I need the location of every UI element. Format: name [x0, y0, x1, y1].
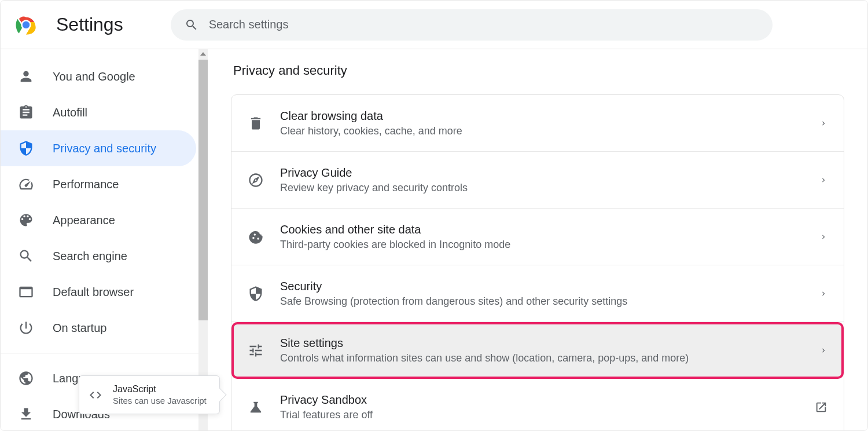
row-text: Site settings Controls what information …	[280, 337, 803, 364]
settings-header: Settings	[1, 1, 867, 49]
sidebar-item-label: On startup	[53, 322, 106, 335]
tooltip-subtitle: Sites can use Javascript	[113, 396, 207, 406]
person-icon	[18, 68, 34, 85]
scrollbar-track[interactable]	[198, 49, 208, 430]
row-title: Privacy Sandbox	[280, 393, 799, 407]
row-title: Cookies and other site data	[280, 223, 803, 236]
row-subtitle: Third-party cookies are blocked in Incog…	[280, 239, 803, 251]
row-text: Privacy Guide Review key privacy and sec…	[280, 166, 803, 194]
row-subtitle: Trial features are off	[280, 409, 799, 421]
row-cookies[interactable]: Cookies and other site data Third-party …	[231, 209, 844, 265]
sidebar-item-privacy-and-security[interactable]: Privacy and security	[1, 130, 196, 166]
chevron-right-icon	[819, 290, 827, 298]
row-privacy-guide[interactable]: Privacy Guide Review key privacy and sec…	[231, 152, 844, 209]
app-title: Settings	[56, 14, 123, 35]
row-site-settings[interactable]: Site settings Controls what information …	[231, 322, 844, 379]
sidebar-item-you-and-google[interactable]: You and Google	[1, 59, 196, 94]
row-title: Security	[280, 280, 803, 293]
javascript-tooltip: JavaScript Sites can use Javascript	[79, 375, 220, 414]
sidebar-item-label: Appearance	[53, 214, 115, 227]
content-area: You and Google Autofill Privacy and secu…	[1, 49, 867, 430]
chrome-logo-icon	[14, 13, 38, 36]
svg-point-1	[23, 21, 30, 28]
search-icon	[185, 18, 198, 32]
row-subtitle: Safe Browsing (protection from dangerous…	[280, 295, 803, 308]
scrollbar-thumb[interactable]	[198, 60, 208, 320]
sidebar-item-label: You and Google	[53, 70, 135, 83]
sidebar-item-performance[interactable]: Performance	[1, 166, 196, 202]
speedometer-icon	[18, 176, 34, 192]
row-subtitle: Clear history, cookies, cache, and more	[280, 125, 803, 137]
sidebar-item-default-browser[interactable]: Default browser	[1, 274, 196, 310]
chevron-right-icon	[819, 119, 827, 127]
cookie-icon	[248, 229, 264, 245]
settings-card: Clear browsing data Clear history, cooki…	[231, 94, 844, 430]
row-text: Cookies and other site data Third-party …	[280, 223, 803, 251]
row-text: Security Safe Browsing (protection from …	[280, 280, 803, 308]
assignment-icon	[18, 104, 34, 120]
row-clear-browsing-data[interactable]: Clear browsing data Clear history, cooki…	[231, 95, 844, 152]
row-title: Site settings	[280, 337, 803, 350]
row-text: Privacy Sandbox Trial features are off	[280, 393, 799, 421]
sidebar-item-autofill[interactable]: Autofill	[1, 94, 196, 130]
power-icon	[18, 320, 34, 336]
sidebar-item-label: Privacy and security	[53, 142, 156, 155]
search-input[interactable]	[209, 18, 759, 31]
tune-icon	[248, 342, 264, 359]
search-container[interactable]	[171, 9, 773, 41]
trash-icon	[248, 115, 264, 132]
row-privacy-sandbox[interactable]: Privacy Sandbox Trial features are off	[231, 379, 844, 430]
row-title: Privacy Guide	[280, 166, 803, 180]
row-subtitle: Review key privacy and security controls	[280, 182, 803, 194]
sidebar-item-label: Search engine	[53, 250, 127, 263]
sidebar-item-appearance[interactable]: Appearance	[1, 202, 196, 238]
chevron-right-icon	[819, 346, 827, 355]
sidebar-item-label: Default browser	[53, 286, 134, 299]
sidebar-item-on-startup[interactable]: On startup	[1, 310, 196, 346]
tooltip-text: JavaScript Sites can use Javascript	[113, 384, 207, 406]
sidebar-item-search-engine[interactable]: Search engine	[1, 238, 196, 274]
main-panel: Privacy and security Clear browsing data…	[208, 49, 867, 430]
security-icon	[248, 286, 264, 302]
globe-icon	[18, 370, 34, 386]
launch-icon	[815, 401, 827, 414]
scrollbar-up-icon[interactable]	[198, 49, 208, 59]
chevron-right-icon	[819, 176, 827, 184]
search-icon	[18, 248, 34, 264]
row-title: Clear browsing data	[280, 109, 803, 123]
row-security[interactable]: Security Safe Browsing (protection from …	[231, 265, 844, 322]
shield-icon	[18, 140, 34, 156]
sidebar-item-label: Performance	[53, 178, 119, 191]
code-icon	[89, 388, 102, 402]
browser-icon	[18, 284, 34, 300]
sidebar-divider	[1, 353, 208, 353]
compass-icon	[248, 172, 264, 188]
download-icon	[18, 406, 34, 422]
row-text: Clear browsing data Clear history, cooki…	[280, 109, 803, 137]
flask-icon	[248, 399, 264, 415]
sidebar-item-label: Autofill	[53, 106, 87, 119]
row-subtitle: Controls what information sites can use …	[280, 352, 803, 364]
tooltip-title: JavaScript	[113, 384, 207, 395]
chevron-right-icon	[819, 233, 827, 241]
sidebar: You and Google Autofill Privacy and secu…	[1, 49, 208, 430]
palette-icon	[18, 212, 34, 228]
section-title: Privacy and security	[231, 63, 844, 78]
